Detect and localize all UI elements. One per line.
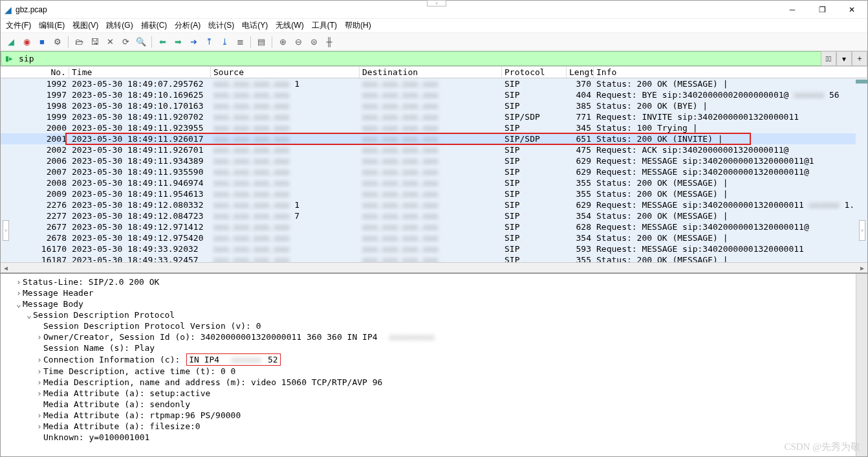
zoom-reset-icon[interactable]: ⊜ xyxy=(307,36,320,49)
packet-details-pane[interactable]: ›Status-Line: SIP/2.0 200 OK ›Message He… xyxy=(1,274,867,456)
table-row[interactable]: 26772023-05-30 18:49:12.971412xxx.xxx.xx… xyxy=(1,221,867,232)
menu-edit[interactable]: 编辑(E) xyxy=(39,20,65,31)
table-row[interactable]: 20022023-05-30 18:49:11.926701xxx.xxx.xx… xyxy=(1,144,867,155)
maximize-button[interactable]: ❐ xyxy=(808,1,836,19)
stop-capture-icon[interactable]: ◉ xyxy=(20,36,33,49)
col-info[interactable]: Info xyxy=(594,67,867,78)
crop-handle-right: ▫ xyxy=(859,220,865,241)
detail-sdp-m[interactable]: ›Media Description, name and address (m)… xyxy=(5,377,863,388)
filter-bar: ▮▸ �⃢ ▾ ＋ xyxy=(1,51,867,67)
tool-bar: ◢ ◉ ■ ⚙ 🗁 🖫 ✕ ⟳ 🔍 ⬅ ➡ ➜ ⤒ ⤓ ≣ ▤ ⊕ ⊖ ⊜ ╫ xyxy=(1,33,867,51)
detail-v-scrollbar[interactable] xyxy=(856,274,867,456)
col-time[interactable]: Time xyxy=(69,67,211,78)
col-src[interactable]: Source xyxy=(211,67,360,78)
table-row[interactable]: 20082023-05-30 18:49:11.946974xxx.xxx.xx… xyxy=(1,177,867,188)
colorize-icon[interactable]: ▤ xyxy=(255,36,268,49)
minimize-button[interactable]: ─ xyxy=(778,1,807,19)
table-row[interactable]: 19922023-05-30 18:49:07.295762xxx.xxx.xx… xyxy=(1,78,867,89)
menu-file[interactable]: 文件(F) xyxy=(6,20,31,31)
crop-handle-left: ▫ xyxy=(3,220,9,241)
restart-capture-icon[interactable]: ■ xyxy=(36,36,49,49)
menu-stats[interactable]: 统计(S) xyxy=(208,20,234,31)
go-to-packet-icon[interactable]: ➜ xyxy=(187,36,200,49)
add-filter-icon[interactable]: ＋ xyxy=(852,51,867,66)
detail-message-header[interactable]: ›Message Header xyxy=(5,287,863,298)
menu-view[interactable]: 视图(V) xyxy=(72,20,98,31)
save-file-icon[interactable]: 🖫 xyxy=(88,36,101,49)
detail-sdp-c[interactable]: ›Connection Information (c): IN IP4 xxxx… xyxy=(5,353,863,366)
detail-sdp-o[interactable]: ›Owner/Creator, Session Id (o): 34020000… xyxy=(5,331,863,342)
window-title: gbz.pcap xyxy=(16,5,47,14)
menu-bar: 文件(F) 编辑(E) 视图(V) 跳转(G) 捕获(C) 分析(A) 统计(S… xyxy=(1,19,867,33)
menu-go[interactable]: 跳转(G) xyxy=(106,20,133,31)
menu-telephony[interactable]: 电话(Y) xyxy=(242,20,268,31)
go-back-icon[interactable]: ⬅ xyxy=(156,36,169,49)
table-row[interactable]: 19992023-05-30 18:49:11.920702xxx.xxx.xx… xyxy=(1,111,867,122)
table-row[interactable]: 19982023-05-30 18:49:10.170163xxx.xxx.xx… xyxy=(1,100,867,111)
detail-sdp[interactable]: ⌄Session Description Protocol xyxy=(5,309,863,320)
display-filter-input[interactable] xyxy=(16,51,821,66)
table-row[interactable]: 161702023-05-30 18:49:33.92032xxx.xxx.xx… xyxy=(1,243,867,254)
col-no[interactable]: No. xyxy=(1,67,69,78)
detail-sdp-a4[interactable]: ›Media Attribute (a): filesize:0 xyxy=(5,421,863,432)
go-first-icon[interactable]: ⤒ xyxy=(202,36,215,49)
detail-sdp-a1[interactable]: ›Media Attribute (a): setup:active xyxy=(5,388,863,399)
detail-sdp-v[interactable]: Session Description Protocol Version (v)… xyxy=(5,320,863,331)
table-row[interactable]: 26782023-05-30 18:49:12.975420xxx.xxx.xx… xyxy=(1,232,867,243)
zoom-out-icon[interactable]: ⊖ xyxy=(292,36,305,49)
table-row[interactable]: 19972023-05-30 18:49:10.169625xxx.xxx.xx… xyxy=(1,89,867,100)
table-row[interactable]: 20092023-05-30 18:49:11.954613xxx.xxx.xx… xyxy=(1,188,867,199)
open-file-icon[interactable]: 🗁 xyxy=(72,36,85,49)
detail-sdp-a3[interactable]: ›Media Attribute (a): rtpmap:96 PS/90000 xyxy=(5,410,863,421)
menu-tools[interactable]: 工具(T) xyxy=(312,20,337,31)
go-forward-icon[interactable]: ➡ xyxy=(171,36,184,49)
menu-wireless[interactable]: 无线(W) xyxy=(276,20,303,31)
start-capture-icon[interactable]: ◢ xyxy=(5,36,17,49)
detail-sdp-unknown[interactable]: Unknown: y=0100001001 xyxy=(5,432,863,443)
zoom-in-icon[interactable]: ⊕ xyxy=(276,36,289,49)
col-length[interactable]: Length xyxy=(567,67,594,78)
auto-scroll-icon[interactable]: ≣ xyxy=(233,36,246,49)
app-icon: ◢ xyxy=(5,5,12,15)
packet-list-header[interactable]: No. Time Source Destination Protocol Len… xyxy=(1,67,867,78)
table-row[interactable]: 20012023-05-30 18:49:11.926017xxx.xxx.xx… xyxy=(1,133,867,144)
crop-handle-top: ▫ xyxy=(427,0,446,6)
packet-list-pane: No. Time Source Destination Protocol Len… xyxy=(1,67,867,274)
table-row[interactable]: 20062023-05-30 18:49:11.934389xxx.xxx.xx… xyxy=(1,155,867,166)
table-row[interactable]: 20072023-05-30 18:49:11.935590xxx.xxx.xx… xyxy=(1,166,867,177)
table-row[interactable]: 20002023-05-30 18:49:11.923955xxx.xxx.xx… xyxy=(1,122,867,133)
col-dst[interactable]: Destination xyxy=(360,67,502,78)
app-window: ◢ gbz.pcap ─ ❐ ✕ 文件(F) 编辑(E) 视图(V) 跳转(G)… xyxy=(0,0,868,457)
detail-sdp-t[interactable]: ›Time Description, active time (t): 0 0 xyxy=(5,366,863,377)
table-row[interactable]: 161872023-05-30 18:49:33.92457xxx.xxx.xx… xyxy=(1,254,867,262)
table-row[interactable]: 22772023-05-30 18:49:12.084723xxx.xxx.xx… xyxy=(1,210,867,221)
menu-capture[interactable]: 捕获(C) xyxy=(141,20,168,31)
detail-sdp-s[interactable]: Session Name (s): Play xyxy=(5,342,863,353)
menu-help[interactable]: 帮助(H) xyxy=(345,20,371,31)
close-button[interactable]: ✕ xyxy=(838,1,866,19)
go-last-icon[interactable]: ⤓ xyxy=(218,36,231,49)
clear-filter-icon[interactable]: �⃢ xyxy=(821,51,836,66)
table-row[interactable]: 22762023-05-30 18:49:12.080332xxx.xxx.xx… xyxy=(1,199,867,210)
packet-h-scrollbar[interactable]: ◂▸ xyxy=(1,262,867,273)
find-icon[interactable]: 🔍 xyxy=(135,36,147,49)
close-file-icon[interactable]: ✕ xyxy=(103,36,116,49)
bookmark-filter-icon[interactable]: ▮▸ xyxy=(1,51,16,66)
capture-options-icon[interactable]: ⚙ xyxy=(51,36,64,49)
resize-columns-icon[interactable]: ╫ xyxy=(323,36,336,49)
packet-list-rows[interactable]: 19922023-05-30 18:49:07.295762xxx.xxx.xx… xyxy=(1,78,867,262)
apply-filter-icon[interactable]: ▾ xyxy=(836,51,852,66)
detail-sdp-a2[interactable]: Media Attribute (a): sendonly xyxy=(5,399,863,410)
col-protocol[interactable]: Protocol xyxy=(502,67,567,78)
detail-status-line[interactable]: ›Status-Line: SIP/2.0 200 OK xyxy=(5,276,863,287)
reload-icon[interactable]: ⟳ xyxy=(119,36,132,49)
detail-message-body[interactable]: ⌄Message Body xyxy=(5,298,863,309)
menu-analyze[interactable]: 分析(A) xyxy=(175,20,201,31)
